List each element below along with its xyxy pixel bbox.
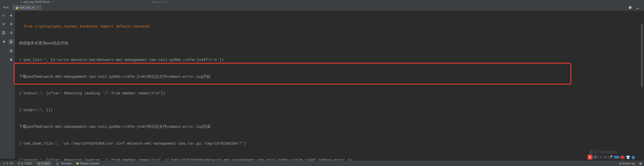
ime-toolbar[interactable]: S 英 ， ☺ 🎤 ⌨ 🧰 👕 ▦ bbox=[588, 155, 635, 160]
editor-tab-shell[interactable]: ▸ pull_log-20210726.sh × bbox=[18, 0, 57, 4]
console-line: 根据服务名查询pod信息开始 bbox=[19, 41, 644, 46]
rerun-icon[interactable] bbox=[1, 13, 6, 18]
svg-rect-6 bbox=[10, 51, 12, 52]
console-line: ('stderr:', []) bbox=[19, 108, 644, 113]
highlight-box bbox=[14, 63, 571, 85]
ime-icons: ☺ 🎤 ⌨ 🧰 👕 ▦ bbox=[603, 155, 635, 159]
python-icon bbox=[15, 6, 18, 9]
minimize-icon[interactable] bbox=[635, 5, 640, 10]
editor-tabs: ▸ pull_log-20210726.sh × down_ms() bbox=[0, 0, 644, 4]
console-line: ('cmd_down_file:', 'cd /tmp/1670296384;t… bbox=[19, 141, 644, 147]
bottom-tab-event-log[interactable]: ◔ Event Log bbox=[619, 162, 635, 165]
console-output[interactable]: from cryptography.hazmat.backends import… bbox=[15, 11, 644, 159]
svg-rect-3 bbox=[4, 31, 5, 34]
sogou-logo-icon[interactable]: S bbox=[588, 155, 592, 160]
gear-icon[interactable] bbox=[628, 5, 632, 10]
console-line: 下载pod为mktwork-mkt-management-ims-cell-gz… bbox=[19, 124, 644, 130]
run-tool-column-right bbox=[8, 11, 15, 159]
layout-icon[interactable] bbox=[1, 31, 6, 35]
svg-rect-2 bbox=[2, 31, 4, 34]
bottom-tool-bar: ⎇ 9: Git ☰ 6: TODO ▶ 4: Run ❯_ Terminal … bbox=[0, 160, 644, 166]
grid-icon[interactable]: ▦ bbox=[632, 155, 635, 159]
run-icon: ▶ bbox=[38, 162, 40, 165]
close-icon[interactable]: × bbox=[37, 6, 39, 9]
bottom-tab-python-console[interactable]: Python Console bbox=[76, 162, 99, 165]
bottom-tab-todo[interactable]: ☰ 6: TODO bbox=[18, 162, 32, 165]
svg-rect-1 bbox=[2, 23, 5, 25]
stop-icon[interactable] bbox=[1, 22, 6, 26]
run-tab-label: pull_log_xc bbox=[20, 6, 34, 9]
up-arrow-icon[interactable] bbox=[9, 13, 14, 18]
run-panel-body: from cryptography.hazmat.backends import… bbox=[0, 11, 644, 159]
soft-wrap-icon[interactable] bbox=[9, 31, 14, 35]
ime-language-indicator[interactable]: 英 bbox=[594, 155, 597, 159]
skin-icon[interactable]: 👕 bbox=[626, 155, 630, 159]
event-log-icon: ◔ bbox=[619, 162, 621, 165]
console-line: ('stdout:', [u"tar: Removing leading `/'… bbox=[19, 91, 644, 96]
grid-icon: ▦ bbox=[639, 162, 642, 165]
run-panel-label: Run: bbox=[0, 6, 12, 9]
terminal-icon: ❯_ bbox=[56, 162, 60, 165]
python-icon bbox=[76, 162, 79, 165]
keyboard-icon[interactable]: ⌨ bbox=[614, 155, 619, 159]
toolbox-icon[interactable]: 🧰 bbox=[620, 155, 625, 159]
console-line: from cryptography.hazmat.backends import… bbox=[19, 24, 644, 30]
scroll-to-end-icon[interactable] bbox=[8, 39, 14, 45]
run-configuration-tab[interactable]: pull_log_xc × bbox=[12, 5, 41, 10]
shell-file-icon: ▸ bbox=[21, 1, 22, 4]
run-panel-header: Run: pull_log_xc × bbox=[0, 4, 644, 11]
console-scrollbar[interactable] bbox=[641, 24, 643, 87]
pin-icon[interactable] bbox=[1, 39, 6, 44]
trash-icon[interactable] bbox=[9, 57, 14, 62]
console-line: ('pod_list:', [u'scrcu-devcore-ims/mktwo… bbox=[19, 57, 644, 63]
bottom-tab-grid[interactable]: ▦ bbox=[639, 162, 642, 165]
ime-punct-indicator[interactable]: ， bbox=[598, 155, 602, 159]
close-icon[interactable]: × bbox=[52, 1, 54, 4]
down-arrow-icon[interactable] bbox=[9, 22, 14, 26]
run-tool-column-left bbox=[0, 11, 8, 159]
git-icon: ⎇ bbox=[2, 162, 6, 165]
bottom-tab-run[interactable]: ▶ 4: Run bbox=[36, 161, 51, 166]
emoji-icon[interactable]: ☺ bbox=[603, 155, 607, 159]
bottom-tab-git[interactable]: ⎇ 9: Git bbox=[2, 162, 13, 165]
bottom-tab-terminal[interactable]: ❯_ Terminal bbox=[56, 162, 71, 165]
mic-icon[interactable]: 🎤 bbox=[608, 155, 613, 159]
editor-partial-text: down_ms() bbox=[152, 0, 168, 4]
todo-icon: ☰ bbox=[18, 162, 20, 165]
print-icon[interactable] bbox=[9, 49, 14, 53]
svg-rect-0 bbox=[636, 8, 639, 9]
editor-tab-label: pull_log-20210726.sh bbox=[24, 1, 50, 4]
